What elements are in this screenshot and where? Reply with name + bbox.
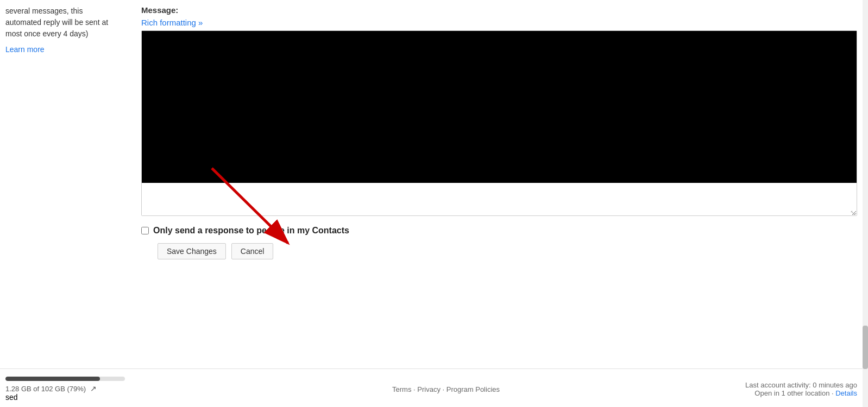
scrollbar-track <box>863 0 868 407</box>
program-policies-link[interactable]: Program Policies <box>446 385 500 393</box>
buttons-row: Save Changes Cancel <box>141 243 857 259</box>
save-changes-button[interactable]: Save Changes <box>158 243 226 259</box>
separator-2: · <box>443 385 446 393</box>
open-in-other-text: Open in 1 other location · Details <box>745 389 857 397</box>
footer-right: Last account activity: 0 minutes ago Ope… <box>745 381 857 397</box>
right-panel: Message: Rich formatting » ⤡ Only send a… <box>130 0 868 368</box>
sed-text: sed <box>5 393 18 402</box>
terms-link[interactable]: Terms <box>392 385 411 393</box>
message-textarea[interactable] <box>142 183 857 215</box>
details-link[interactable]: Details <box>835 389 857 397</box>
external-link-icon[interactable]: ↗︎ <box>90 384 97 393</box>
message-editor-content[interactable] <box>142 31 857 183</box>
rich-formatting-link[interactable]: Rich formatting » <box>141 18 203 27</box>
description-text: several messages, this automated reply w… <box>5 5 119 40</box>
resize-handle[interactable]: ⤡ <box>850 209 856 214</box>
footer: 1.28 GB of 102 GB (79%) ↗︎ sed Terms · P… <box>0 368 868 407</box>
storage-amount: 1.28 GB of 102 GB (79%) <box>5 385 86 393</box>
contacts-checkbox-row: Only send a response to people in my Con… <box>141 226 857 236</box>
left-panel: several messages, this automated reply w… <box>0 0 130 368</box>
message-label: Message: <box>141 5 857 15</box>
open-in-other-label: Open in 1 other location <box>754 389 829 397</box>
privacy-link[interactable]: Privacy <box>417 385 441 393</box>
contacts-only-checkbox[interactable] <box>141 227 149 234</box>
main-content: several messages, this automated reply w… <box>0 0 868 368</box>
storage-bar-wrapper <box>5 377 125 381</box>
last-activity-text: Last account activity: 0 minutes ago <box>745 381 857 389</box>
contacts-label: Only send a response to people in my Con… <box>153 226 349 236</box>
storage-bar-fill <box>5 377 100 381</box>
footer-left: 1.28 GB of 102 GB (79%) ↗︎ sed <box>5 377 147 402</box>
footer-center: Terms · Privacy · Program Policies <box>392 385 500 393</box>
message-editor-wrapper: ⤡ <box>141 30 857 216</box>
scrollbar-thumb[interactable] <box>863 326 868 369</box>
storage-text: 1.28 GB of 102 GB (79%) ↗︎ <box>5 384 97 393</box>
page-wrapper: several messages, this automated reply w… <box>0 0 868 407</box>
learn-more-link[interactable]: Learn more <box>5 44 45 55</box>
cancel-button[interactable]: Cancel <box>231 243 274 259</box>
